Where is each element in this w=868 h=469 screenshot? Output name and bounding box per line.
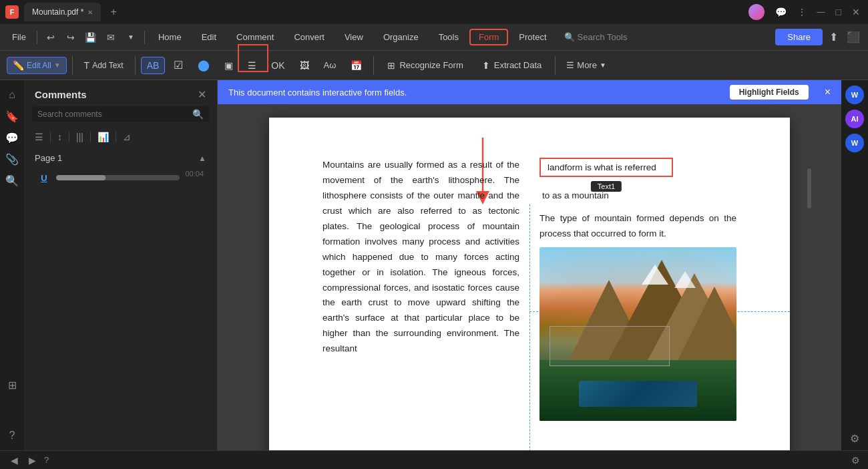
tab-comment[interactable]: Comment <box>227 29 283 45</box>
share-button[interactable]: Share <box>775 29 823 45</box>
tab-home[interactable]: Home <box>149 29 191 45</box>
menubar-divider <box>37 31 37 44</box>
pdf-col-left: Mountains are usually formed as a result… <box>322 158 519 421</box>
word-panel-button[interactable]: W <box>845 86 864 104</box>
extract-data-button[interactable]: ⬆ Extract Data <box>474 57 550 74</box>
pencil-icon: ✏️ <box>13 60 24 71</box>
image-icon: 🖼 <box>300 60 309 71</box>
comments-panel: Comments ✕ 🔍 ☰ ↕ ||| 📊 ⊿ Page 1 ▲ U <box>24 80 218 450</box>
scrollbar[interactable] <box>807 128 812 450</box>
sort-bar-icon[interactable]: ||| <box>73 130 86 144</box>
close-window-icon[interactable]: ✕ <box>849 7 863 17</box>
extract-icon: ⬆ <box>482 60 490 71</box>
comment-item: U 00:04 <box>35 166 206 188</box>
comments-search-bar[interactable]: 🔍 <box>32 106 209 122</box>
tab-view[interactable]: View <box>335 29 373 45</box>
settings-icon[interactable]: ⚙ <box>851 455 860 466</box>
sidebar-search-icon[interactable]: 🔍 <box>3 171 21 190</box>
collapse-panel-icon[interactable]: ⚙ <box>850 432 859 445</box>
next-page-icon[interactable]: ▶ <box>26 455 39 466</box>
text-form-field[interactable]: landform is what is referred <box>539 158 673 177</box>
signature-button[interactable]: OK <box>265 57 290 74</box>
page-label[interactable]: Page 1 ▲ <box>35 150 206 166</box>
toolbar-sep1 <box>72 56 73 75</box>
listbox-button[interactable]: ▣ <box>218 57 239 74</box>
tab-form[interactable]: Form <box>469 29 508 45</box>
comment-progress-fill <box>56 175 105 180</box>
tab-edit[interactable]: Edit <box>192 29 226 45</box>
sidebar-attachments-icon[interactable]: 📎 <box>3 150 21 168</box>
sidebar-bookmark-icon[interactable]: 🔖 <box>3 107 21 126</box>
sort-list-icon[interactable]: ☰ <box>32 130 46 144</box>
sidebar-layers-icon[interactable]: ⊞ <box>3 375 21 394</box>
comments-search-input[interactable] <box>37 110 188 119</box>
more-chevron-icon: ▼ <box>600 61 606 69</box>
dropdown-button[interactable]: ☰ <box>242 57 262 74</box>
tab-convert[interactable]: Convert <box>284 29 334 45</box>
help-button[interactable]: ? <box>44 455 49 465</box>
menu-bar: File ↩ ↪ 💾 ✉ ▼ Home Edit Comment Convert… <box>0 24 868 51</box>
field-label-tooltip: Text1 <box>591 181 622 192</box>
ai-panel-button[interactable]: AI <box>845 110 864 128</box>
document-tab[interactable]: Mountain.pdf * ✕ <box>24 3 101 21</box>
comments-sort-bar: ☰ ↕ ||| 📊 ⊿ <box>24 128 217 148</box>
scrollbar-thumb[interactable] <box>807 168 811 208</box>
pdf-content[interactable]: Mountains are usually formed as a result… <box>218 104 841 450</box>
comment-progress-bar <box>56 175 180 180</box>
redo-button[interactable]: ↪ <box>61 28 80 47</box>
notice-close-button[interactable]: × <box>825 86 831 98</box>
highlight-fields-button[interactable]: Highlight Fields <box>730 85 809 100</box>
new-tab-button[interactable]: + <box>106 6 120 18</box>
tab-close-icon[interactable]: ✕ <box>87 9 93 16</box>
recognize-form-button[interactable]: ⊞ Recognize Form <box>379 57 471 74</box>
snow-cap-2 <box>674 271 696 288</box>
checkbox-button[interactable]: ☑ <box>168 55 189 75</box>
textfield-button[interactable]: AB <box>141 57 166 74</box>
save-button[interactable]: 💾 <box>81 28 100 47</box>
radio-button[interactable]: ⬤ <box>192 55 216 75</box>
search-tools-button[interactable]: 🔍 Search Tools <box>558 29 634 45</box>
comment-timestamp: 00:04 <box>185 170 204 178</box>
sort-date-icon[interactable]: ↕ <box>55 130 65 144</box>
add-text-button[interactable]: T Add Text <box>78 57 130 74</box>
date-icon: 📅 <box>351 60 362 71</box>
chat-icon[interactable]: 💬 <box>773 7 789 17</box>
word2-panel-button[interactable]: W <box>845 134 864 152</box>
formula-button[interactable]: Aω <box>318 57 343 73</box>
textfield-icon: AB <box>147 60 160 71</box>
tab-organize[interactable]: Organize <box>374 29 428 45</box>
date-button[interactable]: 📅 <box>345 57 368 74</box>
layout-icon[interactable]: ⬛ <box>844 28 863 47</box>
right-panel: W AI W ⚙ <box>841 80 868 450</box>
dropdown-icon: ☰ <box>248 60 256 71</box>
menu-tabs: Home Edit Comment Convert View Organize … <box>149 29 556 45</box>
edit-all-button[interactable]: ✏️ Edit All ▼ <box>7 57 67 74</box>
prev-page-icon[interactable]: ◀ <box>8 455 21 466</box>
maximize-icon[interactable]: □ <box>833 7 844 17</box>
snow-cap-1 <box>642 265 668 285</box>
more-menu-button[interactable]: ▼ <box>122 28 140 47</box>
user-avatar[interactable] <box>748 4 765 20</box>
tab-title: Mountain.pdf * <box>32 7 83 17</box>
minimize-icon[interactable]: — <box>815 7 828 17</box>
more-button[interactable]: ☰ More ▼ <box>561 57 612 73</box>
image-button[interactable]: 🖼 <box>294 57 315 74</box>
image-selection-box[interactable] <box>550 326 670 366</box>
email-button[interactable]: ✉ <box>101 28 120 47</box>
sidebar-comments-icon[interactable]: 💬 <box>3 128 21 147</box>
right-body-text: The type of mountain formed depends on t… <box>539 211 736 242</box>
file-menu[interactable]: File <box>5 29 33 45</box>
tab-protect[interactable]: Protect <box>509 29 556 45</box>
sidebar-help-icon[interactable]: ? <box>3 426 21 445</box>
tab-tools[interactable]: Tools <box>429 29 468 45</box>
comments-close-button[interactable]: ✕ <box>198 88 206 101</box>
sort-chart-icon[interactable]: 📊 <box>95 130 112 144</box>
toolbar-sep2 <box>135 56 136 75</box>
filter-icon[interactable]: ⊿ <box>120 130 134 144</box>
notice-text: This document contains interactive form … <box>228 88 407 98</box>
sidebar-home-icon[interactable]: ⌂ <box>3 86 21 104</box>
upload-icon[interactable]: ⬆ <box>824 28 843 47</box>
more-options-icon[interactable]: ⋮ <box>795 7 809 17</box>
page-chevron-icon: ▲ <box>198 154 206 163</box>
undo-button[interactable]: ↩ <box>41 28 60 47</box>
